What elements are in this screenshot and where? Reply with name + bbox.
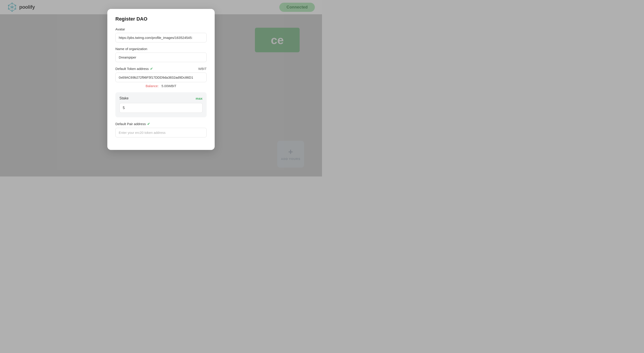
avatar-input[interactable] [116, 33, 206, 42]
max-button[interactable]: max [196, 96, 202, 100]
pair-check-icon: ✔ [147, 122, 150, 126]
pair-address-input[interactable] [116, 128, 206, 137]
org-name-input[interactable] [116, 52, 206, 62]
stake-header: Stake max [120, 96, 202, 100]
org-name-group: Name of organization [116, 47, 206, 62]
stake-label: Stake [120, 96, 128, 100]
register-dao-modal: Register DAO Avatar Name of organization… [107, 9, 215, 150]
token-badge: WBIT [198, 67, 207, 71]
avatar-group: Avatar [116, 27, 206, 42]
balance-label: Balance: [146, 84, 158, 88]
token-check-icon: ✔ [150, 67, 153, 71]
avatar-label: Avatar [116, 27, 206, 31]
modal-overlay: Register DAO Avatar Name of organization… [0, 0, 322, 176]
modal-title: Register DAO [116, 16, 206, 22]
stake-box: Stake max [116, 92, 206, 117]
token-address-input[interactable] [116, 73, 206, 82]
org-name-label: Name of organization [116, 47, 206, 51]
pair-address-label: Default Pair address ✔ [116, 122, 206, 126]
balance-value: 5.00WBIT [162, 84, 176, 88]
token-address-label: Default Token address ✔ WBIT [116, 67, 206, 71]
balance-display: Balance: 5.00WBIT [116, 84, 206, 88]
token-address-group: Default Token address ✔ WBIT Balance: 5.… [116, 67, 206, 88]
stake-input[interactable] [120, 103, 202, 113]
pair-address-group: Default Pair address ✔ [116, 122, 206, 137]
